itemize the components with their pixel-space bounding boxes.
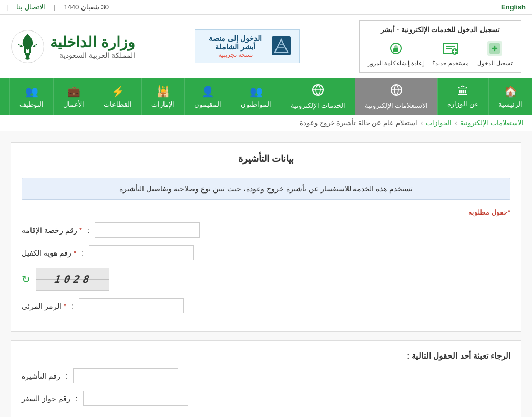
kafeel-label: * رقم هوية الكفيل	[22, 249, 76, 257]
sep1: |	[54, 3, 55, 11]
captcha-colon: :	[71, 302, 74, 310]
kafeel-input[interactable]	[89, 245, 194, 260]
date-label: 30 شعبان 1440	[64, 3, 109, 11]
section2-title: الرجاء تعبئة أحد الحقول التالية :	[22, 351, 510, 361]
nav-eservices-label: الخدمات الإلكترونية	[291, 101, 345, 109]
nav-item-ministry[interactable]: 🏛 عن الوزارة	[437, 78, 488, 115]
emirates-icon: 🕌	[157, 85, 170, 98]
breadcrumb-einquiry[interactable]: الاستعلامات الإلكترونية	[460, 119, 524, 127]
login-action-newuser[interactable]: مستخدم جديد؟	[432, 39, 469, 67]
kafeel-required-star: *	[74, 249, 76, 257]
country-name: المملكة العربية السعودية	[50, 51, 135, 59]
resetpw-label: إعادة إنشاء كلمة المرور	[368, 60, 424, 67]
iqama-colon: :	[87, 226, 89, 235]
absher-banner[interactable]: الدخول إلى منصة أبشر الشاملة نسخة تجريبي…	[195, 29, 300, 63]
nav-item-einquiry[interactable]: الاستعلامات الإلكترونية	[355, 78, 438, 115]
nav-emirates-label: الإمارات	[151, 100, 175, 108]
sectors-icon: ⚡	[111, 85, 125, 98]
info-box: تستخدم هذه الخدمة للاستفسار عن تأشيرة خر…	[22, 178, 510, 200]
captcha-label: * الرمز المرئي	[22, 302, 66, 310]
kafeel-colon: :	[81, 249, 84, 257]
form-card: بيانات التأشيرة تستخدم هذه الخدمة للاستف…	[11, 142, 521, 332]
iqama-row: : * رقم رخصة الإقامه	[22, 222, 510, 238]
breadcrumb-sep2: ›	[421, 119, 423, 127]
iqama-required-star: *	[79, 226, 82, 235]
nav-item-home[interactable]: 🏠 الرئيسية	[488, 78, 532, 115]
home-icon: 🏠	[504, 85, 517, 98]
ministry-icon: 🏛	[458, 85, 468, 97]
iqama-input[interactable]	[95, 222, 200, 238]
captcha-required-star: *	[64, 302, 66, 310]
breadcrumb: الاستعلامات الإلكترونية › الجوازات › است…	[0, 115, 532, 131]
login-title: تسجيل الدخول للخدمات الإلكترونية - أبشر	[368, 26, 513, 34]
navbar: 🏠 الرئيسية 🏛 عن الوزارة الاستعلامات الإل…	[0, 78, 532, 115]
passportnum-colon: :	[76, 394, 78, 403]
nav-business-label: الأعمال	[63, 100, 84, 108]
svg-rect-5	[393, 48, 398, 52]
visanum-label: رقم التأشيرة	[22, 372, 60, 380]
captcha-text: 1028	[53, 273, 92, 286]
header: تسجيل الدخول للخدمات الإلكترونية - أبشر …	[0, 15, 532, 78]
iqama-label: * رقم رخصة الإقامه	[22, 226, 82, 235]
ministry-emblem	[11, 29, 45, 64]
contact-link[interactable]: الاتصال بنا	[16, 3, 45, 11]
captcha-input[interactable]	[79, 298, 184, 313]
nav-item-employment[interactable]: 👥 التوظيف	[9, 78, 53, 115]
nav-sectors-label: القطاعات	[104, 100, 132, 108]
absher-icon	[272, 36, 291, 57]
business-icon: 💼	[67, 85, 80, 98]
ministry-name: وزارة الداخلية	[50, 34, 135, 51]
nav-residents-label: المقيمون	[194, 100, 221, 108]
nav-item-sectors[interactable]: ⚡ القطاعات	[94, 78, 141, 115]
main-content: بيانات التأشيرة تستخدم هذه الخدمة للاستف…	[0, 131, 532, 417]
nav-ministry-label: عن الوزارة	[447, 100, 479, 108]
visanum-row: : رقم التأشيرة	[22, 368, 510, 383]
svg-point-8	[25, 57, 29, 59]
visanum-input[interactable]	[73, 368, 178, 383]
visanum-colon: :	[66, 372, 68, 380]
nav-item-residents[interactable]: 👤 المقيمون	[184, 78, 231, 115]
passportnum-label: رقم جواز السفر	[22, 394, 70, 403]
breadcrumb-passports[interactable]: الجوازات	[426, 119, 452, 127]
required-note: *حقول مطلوبة	[22, 208, 510, 216]
header-logo: وزارة الداخلية المملكة العربية السعودية	[11, 29, 135, 64]
english-link[interactable]: English	[501, 3, 526, 11]
section-title: بيانات التأشيرة	[22, 153, 510, 169]
residents-icon: 👤	[201, 85, 214, 98]
kafeel-row: : * رقم هوية الكفيل	[22, 245, 510, 260]
refresh-captcha-icon[interactable]: ↻	[22, 273, 30, 286]
login-action-resetpw[interactable]: إعادة إنشاء كلمة المرور	[368, 39, 424, 67]
breadcrumb-current: استعلام عام عن حالة تأشيرة خروج وعودة	[300, 119, 417, 127]
signin-icon	[485, 39, 504, 58]
newuser-icon	[441, 39, 460, 58]
nav-einquiry-label: الاستعلامات الإلكترونية	[365, 101, 428, 109]
nav-item-business[interactable]: 💼 الأعمال	[53, 78, 94, 115]
newuser-label: مستخدم جديد؟	[432, 60, 469, 67]
top-bar: English 30 شعبان 1440 | الاتصال بنا |	[0, 0, 532, 15]
captcha-row: 1028 ↻	[22, 268, 510, 291]
signin-label: تسجيل الدخول	[477, 60, 513, 67]
nav-employment-label: التوظيف	[19, 100, 44, 108]
login-action-signin[interactable]: تسجيل الدخول	[477, 39, 513, 67]
captcha-input-row: : * الرمز المرئي	[22, 298, 510, 313]
passportnum-input[interactable]	[83, 391, 188, 406]
einquiry-icon	[390, 84, 403, 99]
breadcrumb-sep1: ›	[455, 119, 457, 127]
citizens-icon: 👥	[250, 85, 263, 98]
passportnum-row: : رقم جواز السفر	[22, 391, 510, 406]
eservices-icon	[312, 84, 324, 99]
login-panel: تسجيل الدخول للخدمات الإلكترونية - أبشر …	[359, 20, 521, 73]
nav-item-eservices[interactable]: الخدمات الإلكترونية	[281, 78, 355, 115]
absher-sub-text: نسخة تجريبية	[203, 51, 268, 58]
nav-item-citizens[interactable]: 👥 المواطنون	[231, 78, 281, 115]
captcha-image: 1028	[36, 268, 109, 291]
nav-home-label: الرئيسية	[498, 100, 523, 108]
employment-icon: 👥	[25, 85, 38, 98]
absher-main-text: الدخول إلى منصة أبشر الشاملة	[203, 34, 268, 51]
sep2: |	[6, 3, 8, 11]
resetpw-icon	[386, 39, 405, 58]
nav-citizens-label: المواطنون	[241, 100, 271, 108]
form-card-2: الرجاء تعبئة أحد الحقول التالية : : رقم …	[11, 340, 521, 417]
nav-item-emirates[interactable]: 🕌 الإمارات	[141, 78, 184, 115]
